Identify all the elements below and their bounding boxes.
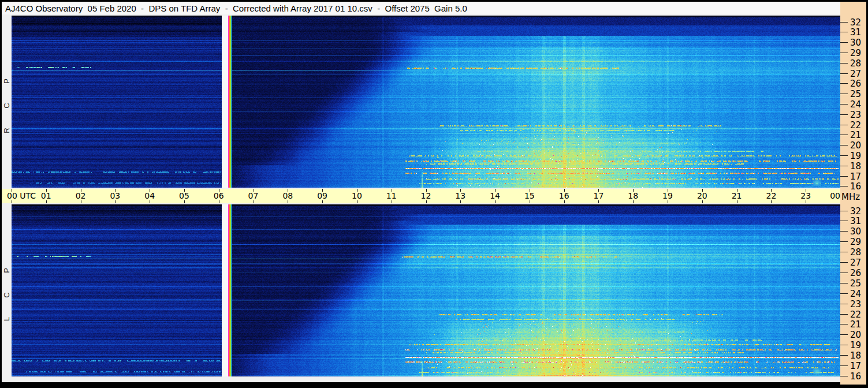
freq-tick [840,345,848,345]
time-tick-label: 19 [662,191,673,200]
time-tick-label: 16 [559,191,569,200]
hour-tick [392,200,392,203]
hour-tick [184,200,185,203]
freq-tick [840,324,848,324]
hour-tick [254,200,254,203]
freq-tick-label: 26 [850,268,861,278]
hour-tick [81,200,81,203]
freq-tick [840,231,848,232]
time-tick-label: 20 [697,191,707,200]
frequency-axis: MHz 323130292827262524232221201918171632… [840,2,866,385]
freq-tick-label: 17 [850,361,861,371]
freq-tick-label: 23 [850,110,861,120]
freq-tick [840,145,848,146]
freq-tick-label: 30 [850,38,861,48]
freq-tick [840,283,848,283]
mhz-unit-label: MHz [841,192,860,202]
freq-tick [840,32,848,32]
time-tick-label: 00 UTC [7,191,36,200]
freq-tick-label: 21 [850,130,861,140]
panel-label-lcp: L C P [2,204,12,376]
freq-tick-label: 20 [850,330,861,340]
time-tick-label: 00 [830,191,840,200]
freq-tick [840,365,848,366]
freq-tick [840,176,848,177]
spectrogram-lcp [12,204,840,376]
hour-tick [771,200,772,203]
freq-tick-label: 24 [850,289,861,299]
time-tick-label: 08 [282,191,293,200]
hour-tick [702,200,703,203]
time-tick-label: 01 [41,191,51,200]
hour-tick [564,200,565,203]
freq-tick-label: 32 [850,17,861,28]
freq-tick [840,304,848,304]
freq-tick [840,22,848,23]
freq-tick-label: 27 [850,258,861,268]
hour-tick [668,200,668,203]
page-title: AJ4CO Observatory 05 Feb 2020 - DPS on T… [2,3,467,13]
time-tick-label: 21 [732,191,742,200]
freq-tick [840,376,848,376]
freq-tick-label: 27 [850,69,861,79]
freq-tick-label: 31 [850,27,861,38]
freq-tick-label: 19 [850,340,861,350]
time-tick-label: 04 [144,191,155,200]
hour-tick [737,200,737,203]
freq-tick [840,83,848,84]
freq-tick-label: 16 [850,181,861,192]
time-tick-label: 17 [594,191,604,200]
hour-tick [115,200,116,203]
freq-tick [840,104,848,105]
hour-tick [426,200,427,203]
hour-tick [806,200,806,203]
freq-tick-label: 20 [850,140,861,151]
freq-tick-label: 22 [850,309,861,320]
freq-tick-label: 24 [850,99,861,110]
freq-tick [840,94,848,94]
hour-tick [495,200,496,203]
freq-tick [840,42,848,43]
hour-tick [219,200,219,203]
freq-tick [840,314,848,315]
freq-tick-label: 30 [850,226,861,237]
freq-tick [840,262,848,263]
time-tick-label: 06 [214,191,224,200]
freq-tick-label: 18 [850,161,861,171]
freq-tick-label: 16 [850,371,861,382]
hour-tick [12,200,12,203]
freq-tick [840,73,848,74]
panel-label-rcp: R C P [2,16,12,188]
hour-tick [150,200,150,203]
time-tick-label: 03 [110,191,120,200]
freq-tick-label: 26 [850,79,861,89]
title-bar: AJ4CO Observatory 05 Feb 2020 - DPS on T… [2,2,840,14]
hour-tick [288,200,288,203]
time-tick-label: 14 [490,191,500,200]
rcp-label-text: R C P [2,70,11,133]
freq-tick-label: 18 [850,350,861,361]
time-tick-label: 18 [628,191,638,200]
freq-tick [840,135,848,135]
freq-tick-label: 17 [850,171,861,182]
time-tick-label: 10 [352,191,362,200]
freq-tick-label: 32 [850,206,861,217]
hour-tick [633,200,634,203]
time-tick-label: 23 [800,191,811,200]
freq-tick-label: 21 [850,319,861,330]
freq-tick-label: 31 [850,216,861,226]
freq-tick-label: 25 [850,89,861,99]
freq-tick [840,53,848,53]
lcp-label-text: L C P [2,259,11,321]
freq-tick-label: 28 [850,58,861,69]
time-tick-label: 05 [179,191,189,200]
freq-tick [840,355,848,356]
time-tick-label: 09 [317,191,327,200]
freq-tick-label: 19 [850,151,861,161]
freq-tick [840,293,848,294]
freq-tick [840,125,848,125]
freq-tick-label: 23 [850,299,861,309]
time-tick-label: 11 [386,191,397,200]
freq-tick [840,211,848,211]
freq-tick-label: 29 [850,48,861,58]
